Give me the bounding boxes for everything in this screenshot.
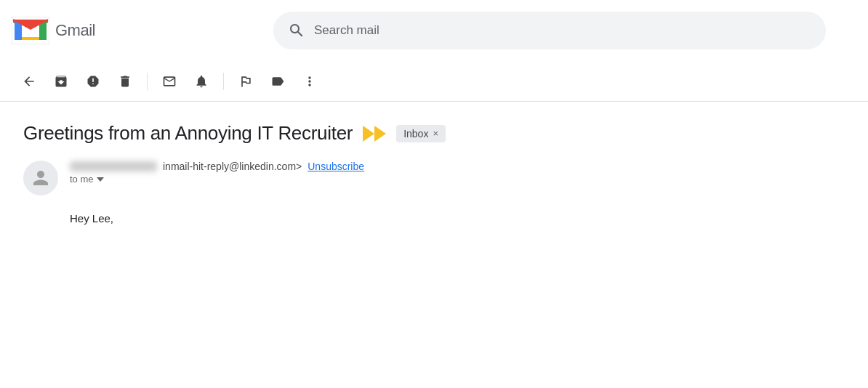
archive-icon: [54, 74, 68, 89]
search-icon: [288, 22, 305, 39]
inbox-badge: Inbox ×: [396, 125, 446, 142]
sender-name-row: inmail-hit-reply@linkedin.com> Unsubscri…: [70, 161, 364, 172]
sender-row: inmail-hit-reply@linkedin.com> Unsubscri…: [23, 161, 845, 195]
sender-name-blurred: [70, 161, 157, 171]
gmail-wordmark: Gmail: [55, 21, 95, 40]
mark-unread-button[interactable]: [155, 67, 184, 96]
search-bar[interactable]: Search mail: [273, 12, 826, 49]
delete-button[interactable]: [110, 67, 140, 96]
toolbar: [0, 61, 868, 102]
email-subject: Greetings from an Annoying IT Recruiter: [23, 122, 353, 145]
toolbar-divider-1: [147, 73, 148, 90]
logo-area: Gmail: [12, 17, 273, 44]
inbox-badge-close-button[interactable]: ×: [433, 129, 438, 138]
gmail-logo-icon: [12, 17, 49, 44]
unsubscribe-link[interactable]: Unsubscribe: [308, 161, 364, 172]
label-icon: [270, 74, 285, 89]
spam-icon: [86, 74, 100, 89]
forward-arrows-icon: [363, 126, 386, 142]
header: Gmail Search mail: [0, 0, 868, 61]
email-body: Hey Lee,: [70, 210, 845, 227]
sender-avatar: [23, 161, 58, 195]
person-icon: [30, 167, 52, 189]
back-icon: [22, 74, 36, 89]
search-placeholder-text: Search mail: [314, 23, 379, 38]
snooze-icon: [194, 74, 209, 89]
email-greeting: Hey Lee,: [70, 212, 113, 225]
more-options-button[interactable]: [295, 67, 324, 96]
label-button[interactable]: [263, 67, 292, 96]
spam-button[interactable]: [79, 67, 108, 96]
move-to-button[interactable]: [231, 67, 260, 96]
email-subject-row: Greetings from an Annoying IT Recruiter …: [23, 122, 845, 145]
sender-info: inmail-hit-reply@linkedin.com> Unsubscri…: [70, 161, 364, 185]
to-me-row[interactable]: to me: [70, 174, 364, 185]
inbox-badge-label: Inbox: [403, 128, 428, 140]
to-me-label: to me: [70, 174, 94, 185]
delete-icon: [118, 74, 132, 89]
chevron-down-icon: [97, 177, 104, 182]
archive-button[interactable]: [47, 67, 76, 96]
svg-rect-9: [22, 37, 39, 40]
move-to-icon: [238, 74, 253, 89]
more-options-icon: [302, 74, 317, 89]
sender-email: inmail-hit-reply@linkedin.com>: [163, 161, 302, 172]
toolbar-divider-2: [223, 73, 224, 90]
email-content-area: Greetings from an Annoying IT Recruiter …: [0, 102, 868, 242]
mark-unread-icon: [162, 74, 177, 89]
snooze-button[interactable]: [187, 67, 216, 96]
back-button[interactable]: [15, 67, 44, 96]
